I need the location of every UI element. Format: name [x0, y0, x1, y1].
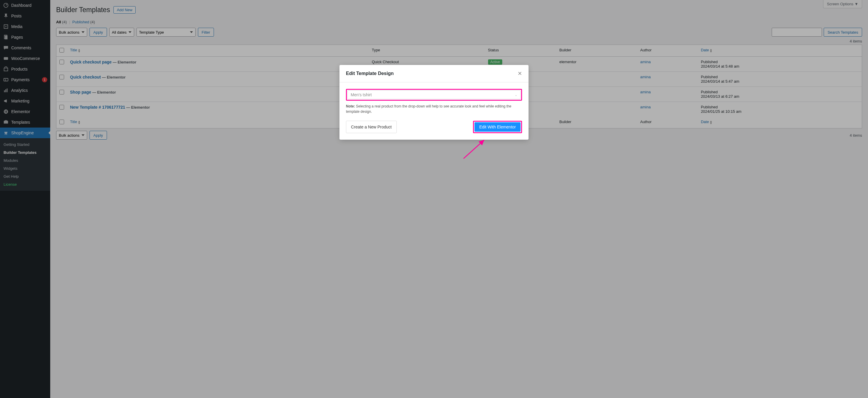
edit-template-modal: Edit Template Design ✕ Men's tshirt ⌄ No…	[339, 65, 529, 140]
product-select-highlight: Men's tshirt ⌄	[346, 89, 522, 101]
edit-with-elementor-button[interactable]: Edit With Elementor	[474, 122, 521, 132]
modal-title: Edit Template Design	[346, 71, 394, 76]
close-icon[interactable]: ✕	[518, 70, 522, 77]
create-new-product-button[interactable]: Create a New Product	[346, 121, 397, 133]
modal-note: Note: Selecting a real product from the …	[346, 104, 522, 114]
modal-overlay: Edit Template Design ✕ Men's tshirt ⌄ No…	[0, 0, 868, 398]
product-select[interactable]: Men's tshirt ⌄	[347, 90, 521, 99]
edit-with-elementor-highlight: Edit With Elementor	[473, 121, 522, 133]
product-select-placeholder: Men's tshirt	[351, 92, 372, 97]
annotation-arrow	[462, 136, 492, 161]
chevron-down-icon: ⌄	[515, 93, 517, 97]
